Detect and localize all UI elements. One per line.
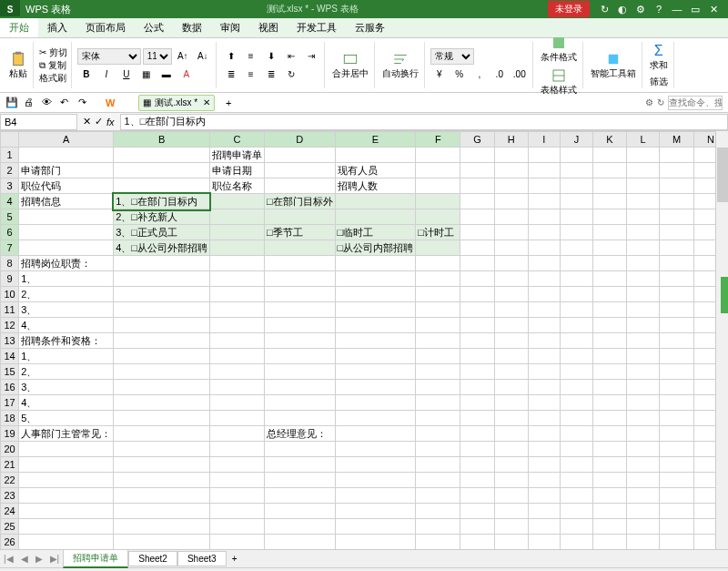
cell-F14[interactable] — [416, 349, 460, 364]
cell-K2[interactable] — [593, 163, 627, 178]
cell-F9[interactable] — [416, 271, 460, 287]
cell-H2[interactable] — [494, 163, 528, 178]
cell-B18[interactable] — [114, 411, 210, 426]
copy-button[interactable]: ⧉ 复制 — [39, 59, 66, 72]
col-header-C[interactable]: C — [209, 132, 264, 148]
cell-D14[interactable] — [264, 349, 335, 364]
cell-J16[interactable] — [561, 380, 593, 395]
cell-M16[interactable] — [660, 380, 694, 395]
cell-B26[interactable] — [114, 535, 210, 550]
col-header-I[interactable]: I — [528, 132, 560, 148]
align-top-button[interactable]: ⬆ — [222, 48, 240, 65]
document-tab[interactable]: ▦ 测试.xlsx * ✕ — [138, 95, 215, 111]
cell-D12[interactable] — [264, 318, 335, 333]
cell-M12[interactable] — [660, 318, 694, 333]
cell-B19[interactable] — [114, 426, 210, 442]
cell-I7[interactable] — [528, 240, 560, 256]
qa-arrow-icon[interactable]: ↻ — [657, 97, 664, 107]
cell-E9[interactable] — [335, 271, 416, 287]
select-all-corner[interactable] — [1, 132, 19, 148]
currency-button[interactable]: ¥ — [430, 66, 449, 83]
sheet-nav-first[interactable]: |◀ — [0, 554, 17, 564]
cell-K16[interactable] — [593, 380, 627, 395]
row-header-9[interactable]: 9 — [1, 271, 19, 287]
format-painter-button[interactable]: 格式刷 — [39, 72, 66, 85]
cell-L6[interactable] — [626, 225, 659, 240]
cell-C17[interactable] — [209, 395, 264, 411]
accept-formula-icon[interactable]: ✓ — [95, 116, 103, 127]
cell-C9[interactable] — [209, 271, 264, 287]
cell-K19[interactable] — [593, 426, 627, 442]
cell-B14[interactable] — [114, 349, 210, 364]
cell-M22[interactable] — [660, 473, 694, 488]
cell-K12[interactable] — [593, 318, 627, 333]
cell-F4[interactable] — [416, 194, 460, 209]
cell-J13[interactable] — [561, 333, 593, 349]
cell-A19[interactable]: 人事部门主管常见： — [19, 426, 114, 442]
cell-B4[interactable]: 1、□在部门目标内 — [114, 194, 210, 209]
cell-F7[interactable] — [416, 240, 460, 256]
cell-D18[interactable] — [264, 411, 335, 426]
cell-D2[interactable] — [264, 163, 335, 178]
cell-A22[interactable] — [19, 473, 114, 488]
cell-H17[interactable] — [494, 395, 528, 411]
row-header-24[interactable]: 24 — [1, 504, 19, 519]
sheet-tab-3[interactable]: Sheet3 — [177, 551, 227, 566]
cell-H3[interactable] — [494, 178, 528, 194]
cell-I17[interactable] — [528, 395, 560, 411]
cell-L15[interactable] — [626, 364, 659, 380]
cell-I10[interactable] — [528, 287, 560, 302]
cell-G4[interactable] — [460, 194, 494, 209]
cell-E2[interactable]: 现有人员 — [335, 163, 416, 178]
name-box[interactable] — [0, 114, 77, 130]
row-header-23[interactable]: 23 — [1, 488, 19, 504]
cell-C25[interactable] — [209, 519, 264, 535]
cell-H1[interactable] — [494, 148, 528, 163]
cell-I22[interactable] — [528, 473, 560, 488]
sheet-tab-1[interactable]: 招聘申请单 — [63, 549, 128, 568]
cancel-formula-icon[interactable]: ✕ — [83, 116, 91, 127]
cell-J7[interactable] — [561, 240, 593, 256]
cell-H19[interactable] — [494, 426, 528, 442]
cell-F20[interactable] — [416, 442, 460, 457]
cell-K4[interactable] — [593, 194, 627, 209]
cell-G19[interactable] — [460, 426, 494, 442]
cell-C6[interactable] — [209, 225, 264, 240]
cell-F21[interactable] — [416, 457, 460, 473]
cell-I23[interactable] — [528, 488, 560, 504]
cell-J14[interactable] — [561, 349, 593, 364]
cell-A3[interactable]: 职位代码 — [19, 178, 114, 194]
cell-M13[interactable] — [660, 333, 694, 349]
cell-C4[interactable] — [209, 194, 264, 209]
cell-D11[interactable] — [264, 302, 335, 318]
cell-H9[interactable] — [494, 271, 528, 287]
cell-B17[interactable] — [114, 395, 210, 411]
cell-K20[interactable] — [593, 442, 627, 457]
row-header-6[interactable]: 6 — [1, 225, 19, 240]
cell-G12[interactable] — [460, 318, 494, 333]
cell-D23[interactable] — [264, 488, 335, 504]
decrease-font-button[interactable]: A↓ — [194, 48, 212, 65]
cell-M17[interactable] — [660, 395, 694, 411]
cell-F8[interactable] — [416, 256, 460, 271]
cell-I12[interactable] — [528, 318, 560, 333]
sum-button[interactable]: Σ 求和 — [648, 41, 670, 74]
row-header-12[interactable]: 12 — [1, 318, 19, 333]
cell-I21[interactable] — [528, 457, 560, 473]
cell-K17[interactable] — [593, 395, 627, 411]
tab-data[interactable]: 数据 — [173, 18, 211, 37]
cell-B7[interactable]: 4、□从公司外部招聘 — [114, 240, 210, 256]
cell-I5[interactable] — [528, 209, 560, 225]
cell-A2[interactable]: 申请部门 — [19, 163, 114, 178]
cell-H23[interactable] — [494, 488, 528, 504]
cell-I25[interactable] — [528, 519, 560, 535]
cell-G8[interactable] — [460, 256, 494, 271]
cell-A17[interactable]: 4、 — [19, 395, 114, 411]
cell-E7[interactable]: □从公司内部招聘 — [335, 240, 416, 256]
cell-B20[interactable] — [114, 442, 210, 457]
cell-K3[interactable] — [593, 178, 627, 194]
cell-M11[interactable] — [660, 302, 694, 318]
cell-D8[interactable] — [264, 256, 335, 271]
cell-M19[interactable] — [660, 426, 694, 442]
cell-E22[interactable] — [335, 473, 416, 488]
